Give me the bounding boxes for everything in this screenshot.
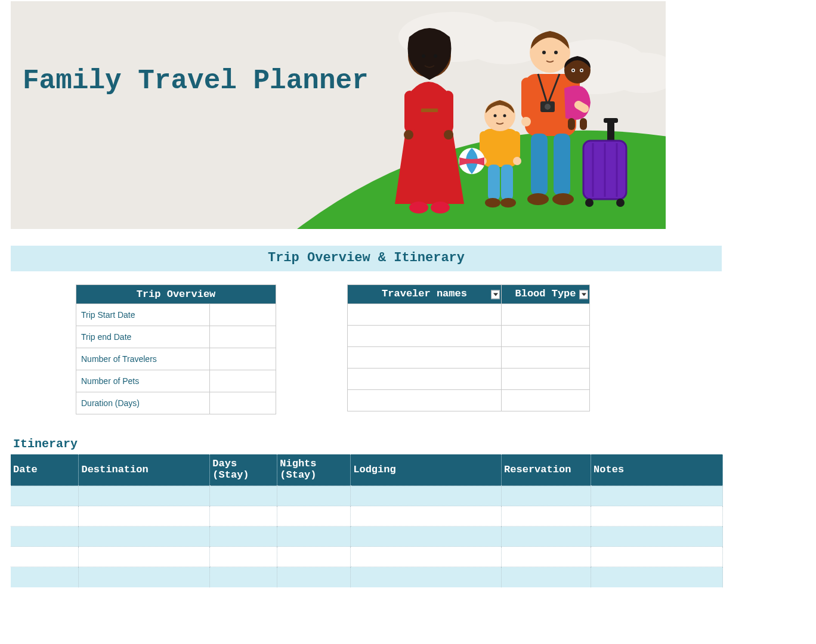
table-row: Trip Start Date bbox=[76, 304, 276, 326]
filter-dropdown-icon[interactable] bbox=[491, 290, 500, 299]
table-row: Number of Pets bbox=[76, 370, 276, 392]
table-row bbox=[11, 547, 723, 567]
svg-point-13 bbox=[431, 202, 450, 213]
svg-rect-28 bbox=[521, 78, 532, 119]
svg-rect-49 bbox=[604, 118, 618, 123]
overview-label: Trip end Date bbox=[76, 326, 210, 348]
svg-rect-6 bbox=[443, 91, 453, 132]
table-row bbox=[11, 567, 723, 587]
col-label: Blood Type bbox=[515, 288, 576, 299]
svg-point-10 bbox=[422, 54, 425, 58]
traveler-name-cell[interactable] bbox=[348, 347, 502, 369]
table-row: Number of Travelers bbox=[76, 348, 276, 370]
table-row: Trip end Date bbox=[76, 326, 276, 348]
svg-point-37 bbox=[554, 51, 558, 54]
col-reservation[interactable]: Reservation bbox=[502, 454, 591, 486]
svg-point-18 bbox=[513, 157, 521, 165]
traveler-name-cell[interactable] bbox=[348, 390, 502, 411]
col-days[interactable]: Days (Stay) bbox=[210, 454, 277, 486]
overview-value[interactable] bbox=[209, 370, 276, 392]
traveler-blood-cell[interactable] bbox=[502, 390, 590, 411]
overview-value[interactable] bbox=[209, 304, 276, 326]
overview-label: Number of Pets bbox=[76, 370, 210, 392]
overview-row: Trip Overview Trip Start Date Trip end D… bbox=[11, 271, 816, 414]
traveler-blood-cell[interactable] bbox=[502, 304, 590, 326]
col-label: Traveler names bbox=[382, 288, 467, 299]
table-row bbox=[11, 527, 723, 547]
table-row bbox=[348, 390, 590, 411]
traveler-name-cell[interactable] bbox=[348, 369, 502, 390]
traveler-blood-cell[interactable] bbox=[502, 326, 590, 347]
table-row bbox=[348, 304, 590, 326]
trip-overview-header: Trip Overview bbox=[76, 285, 276, 304]
col-lodging[interactable]: Lodging bbox=[351, 454, 502, 486]
itinerary-header-row: Date Destination Days (Stay) Nights (Sta… bbox=[11, 454, 723, 486]
table-row bbox=[348, 326, 590, 347]
svg-rect-4 bbox=[421, 109, 438, 112]
svg-rect-32 bbox=[554, 134, 570, 196]
trip-overview-table: Trip Overview Trip Start Date Trip end D… bbox=[76, 284, 276, 414]
traveler-blood-cell[interactable] bbox=[502, 347, 590, 369]
svg-rect-5 bbox=[404, 91, 415, 132]
svg-point-22 bbox=[500, 198, 516, 208]
svg-point-55 bbox=[585, 199, 594, 207]
col-destination[interactable]: Destination bbox=[79, 454, 210, 486]
page-title: Family Travel Planner bbox=[23, 66, 369, 97]
svg-point-36 bbox=[542, 51, 546, 54]
overview-value[interactable] bbox=[209, 348, 276, 370]
svg-point-42 bbox=[573, 70, 574, 72]
hero-illustration bbox=[11, 1, 666, 229]
col-notes[interactable]: Notes bbox=[591, 454, 723, 486]
traveler-name-cell[interactable] bbox=[348, 326, 502, 347]
overview-label: Number of Travelers bbox=[76, 348, 210, 370]
svg-point-7 bbox=[404, 130, 413, 140]
travelers-table: Traveler names Blood Type bbox=[347, 284, 590, 411]
page-root: Family Travel Planner Trip Overview & It… bbox=[0, 1, 816, 644]
svg-point-24 bbox=[494, 114, 497, 117]
overview-label: Trip Start Date bbox=[76, 304, 210, 326]
svg-point-56 bbox=[616, 199, 625, 207]
section-heading: Trip Overview & Itinerary bbox=[11, 246, 722, 271]
table-row bbox=[348, 369, 590, 390]
travelers-col-blood[interactable]: Blood Type bbox=[502, 285, 590, 304]
table-row bbox=[11, 486, 723, 506]
svg-point-21 bbox=[485, 198, 500, 208]
svg-point-44 bbox=[581, 70, 583, 72]
table-row: Duration (Days) bbox=[76, 392, 276, 414]
itinerary-table: Date Destination Days (Stay) Nights (Sta… bbox=[11, 454, 723, 587]
overview-value[interactable] bbox=[209, 392, 276, 414]
svg-rect-20 bbox=[501, 165, 513, 200]
svg-rect-16 bbox=[512, 131, 520, 160]
svg-rect-46 bbox=[580, 118, 587, 130]
svg-point-12 bbox=[409, 202, 428, 213]
svg-point-39 bbox=[545, 104, 551, 110]
svg-point-8 bbox=[444, 130, 453, 140]
travelers-col-names[interactable]: Traveler names bbox=[348, 285, 502, 304]
overview-value[interactable] bbox=[209, 326, 276, 348]
svg-rect-31 bbox=[531, 134, 548, 196]
table-row bbox=[11, 506, 723, 527]
svg-point-25 bbox=[503, 114, 506, 117]
traveler-name-cell[interactable] bbox=[348, 304, 502, 326]
svg-point-33 bbox=[527, 193, 549, 205]
svg-rect-48 bbox=[607, 120, 614, 143]
table-row bbox=[348, 347, 590, 369]
svg-rect-45 bbox=[568, 118, 575, 130]
overview-label: Duration (Days) bbox=[76, 392, 210, 414]
hero-banner: Family Travel Planner bbox=[11, 1, 666, 229]
svg-point-11 bbox=[434, 54, 437, 58]
traveler-blood-cell[interactable] bbox=[502, 369, 590, 390]
svg-point-34 bbox=[552, 193, 574, 205]
filter-dropdown-icon[interactable] bbox=[579, 290, 588, 299]
col-date[interactable]: Date bbox=[11, 454, 79, 486]
svg-point-30 bbox=[521, 117, 531, 126]
col-nights[interactable]: Nights (Stay) bbox=[277, 454, 351, 486]
itinerary-heading: Itinerary bbox=[13, 437, 816, 451]
svg-rect-19 bbox=[488, 165, 500, 200]
